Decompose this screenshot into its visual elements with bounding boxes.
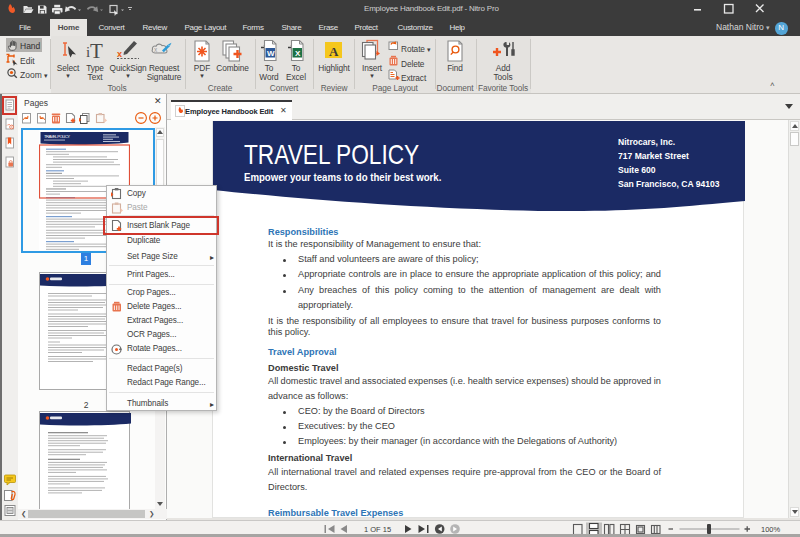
svg-text:X: X: [295, 49, 301, 58]
svg-text:T: T: [90, 39, 103, 63]
svg-text:100%: 100%: [761, 525, 781, 534]
svg-text:A: A: [329, 44, 339, 59]
svg-text:W: W: [267, 49, 275, 58]
svg-text:x: x: [117, 49, 122, 59]
svg-text:1 OF 15: 1 OF 15: [364, 525, 391, 534]
svg-text:TRAVEL POLICY: TRAVEL POLICY: [44, 134, 70, 139]
